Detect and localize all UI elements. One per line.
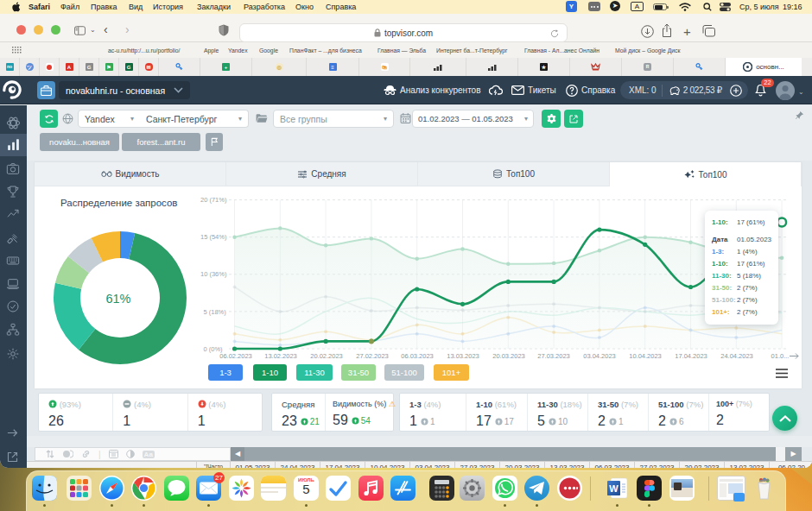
svg-text:W: W [609, 483, 619, 494]
svg-text:20 (71%): 20 (71%) [200, 196, 227, 204]
svg-text:06.02.2023: 06.02.2023 [219, 352, 252, 360]
svg-text:15 (54%): 15 (54%) [200, 233, 227, 241]
svg-text:01.0...: 01.0... [771, 352, 790, 360]
svg-text:24.04.2023: 24.04.2023 [720, 352, 753, 360]
svg-text:27.03.2023: 27.03.2023 [537, 352, 570, 360]
svg-text:03.04.2023: 03.04.2023 [583, 352, 616, 360]
svg-text:13.03.2023: 13.03.2023 [447, 352, 479, 360]
svg-text:5 (18%): 5 (18%) [204, 308, 227, 316]
svg-text:20.03.2023: 20.03.2023 [492, 352, 525, 360]
svg-text:27.02.2023: 27.02.2023 [356, 352, 389, 360]
svg-text:20.02.2023: 20.02.2023 [310, 352, 343, 360]
svg-text:10 (36%): 10 (36%) [200, 270, 227, 278]
svg-text:17.04.2023: 17.04.2023 [675, 352, 707, 360]
svg-text:13.02.2023: 13.02.2023 [264, 352, 297, 360]
svg-text:10.04.2023: 10.04.2023 [629, 352, 662, 360]
svg-text:06.03.2023: 06.03.2023 [401, 352, 434, 360]
